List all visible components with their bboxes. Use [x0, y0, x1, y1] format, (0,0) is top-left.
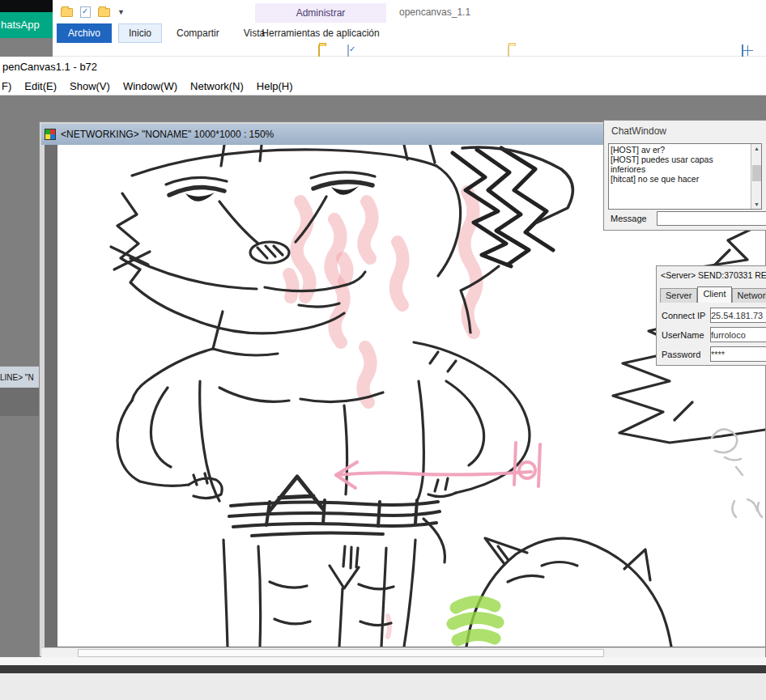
username-field[interactable] [710, 327, 766, 342]
username-row: UserName [660, 326, 766, 346]
canvas-title: <NETWORKING> "NONAME" 1000*1000 : 150% [61, 129, 274, 140]
chat-message: [HOST] puedes usar capas inferiores [611, 155, 748, 174]
properties-check-icon[interactable] [80, 6, 91, 18]
chevron-down-icon[interactable]: ▼ [117, 8, 125, 16]
chat-window: ChatWindow [HOST] av er? [HOST] puedes u… [603, 120, 766, 231]
opencanvas-doc-icon [45, 129, 56, 140]
canvas-horizontal-scrollbar[interactable] [41, 647, 765, 657]
opencanvas-titlebar[interactable]: penCanvas1.1 - b72 [0, 57, 766, 78]
network-panel: <Server> SEND:370331 RE Server Client Ne… [656, 265, 766, 366]
tab-herramientas-aplicacion[interactable]: Herramientas de aplicación [257, 23, 385, 43]
offline-window-fragment[interactable]: LINE> "N [0, 366, 39, 416]
chat-message: [HOST] av er? [611, 145, 748, 155]
connect-ip-row: Connect IP [660, 307, 766, 326]
file-explorer-ribbon: ▼ Administrar Archivo Inicio Compartir V… [53, 0, 766, 57]
scroll-up-icon[interactable]: ▲ [751, 144, 762, 153]
quick-access-toolbar: ▼ [61, 5, 125, 19]
menu-file[interactable]: F) [2, 80, 11, 92]
scrollbar-thumb[interactable] [78, 649, 604, 657]
window-bottom-edge [0, 657, 766, 665]
tab-client[interactable]: Client [697, 286, 731, 303]
network-tabs: Server Client Network [660, 286, 766, 303]
username-label: UserName [662, 330, 704, 340]
chat-scrollbar[interactable]: ▲ ▼ [751, 144, 761, 209]
new-folder-icon[interactable] [98, 8, 110, 17]
message-input[interactable] [657, 211, 766, 226]
password-row: Password [660, 346, 766, 365]
opencanvas-title: penCanvas1.1 - b72 [2, 61, 97, 73]
menu-help[interactable]: Help(H) [257, 80, 293, 92]
opencanvas-menubar: F) Edit(E) Show(V) Window(W) Network(N) … [0, 78, 766, 95]
contextual-group-administrar[interactable]: Administrar [255, 3, 386, 23]
tab-inicio[interactable]: Inicio [118, 23, 162, 43]
menu-show[interactable]: Show(V) [70, 80, 110, 92]
folder-icon[interactable] [61, 8, 73, 17]
fragment-body [0, 388, 39, 416]
message-label: Message [611, 214, 647, 223]
taskbar-strip [0, 673, 766, 700]
tab-compartir[interactable]: Compartir [167, 23, 229, 43]
connect-ip-label: Connect IP [662, 311, 705, 320]
password-field[interactable] [710, 346, 766, 362]
scroll-down-icon[interactable]: ▼ [751, 200, 762, 209]
connect-ip-field[interactable] [710, 308, 766, 323]
whatsapp-window-fragment[interactable]: hatsApp [0, 0, 53, 38]
chat-message: [hitcat] no se que hacer [611, 174, 748, 184]
password-label: Password [662, 350, 700, 359]
dark-divider-strip [0, 665, 766, 673]
scrollbar-thumb[interactable] [752, 165, 761, 181]
tab-server[interactable]: Server [660, 288, 697, 303]
chat-log[interactable]: [HOST] av er? [HOST] puedes usar capas i… [608, 143, 762, 210]
explorer-window-title: opencanvas_1.1 [399, 6, 470, 18]
fragment-title: LINE> "N [0, 366, 39, 388]
whatsapp-title: hatsApp [1, 19, 40, 31]
chat-messages: [HOST] av er? [HOST] puedes usar capas i… [611, 145, 748, 184]
menu-edit[interactable]: Edit(E) [24, 80, 57, 92]
tab-network[interactable]: Network [732, 288, 766, 303]
ribbon-tab-row: Archivo Inicio Compartir Vista [57, 23, 274, 43]
menu-window[interactable]: Window(W) [123, 80, 177, 92]
network-panel-title: <Server> SEND:370331 RE [661, 270, 766, 280]
chat-window-title: ChatWindow [611, 125, 666, 137]
whatsapp-header: hatsApp [0, 12, 53, 38]
menu-network[interactable]: Network(N) [190, 80, 244, 92]
tab-archivo[interactable]: Archivo [57, 23, 112, 43]
